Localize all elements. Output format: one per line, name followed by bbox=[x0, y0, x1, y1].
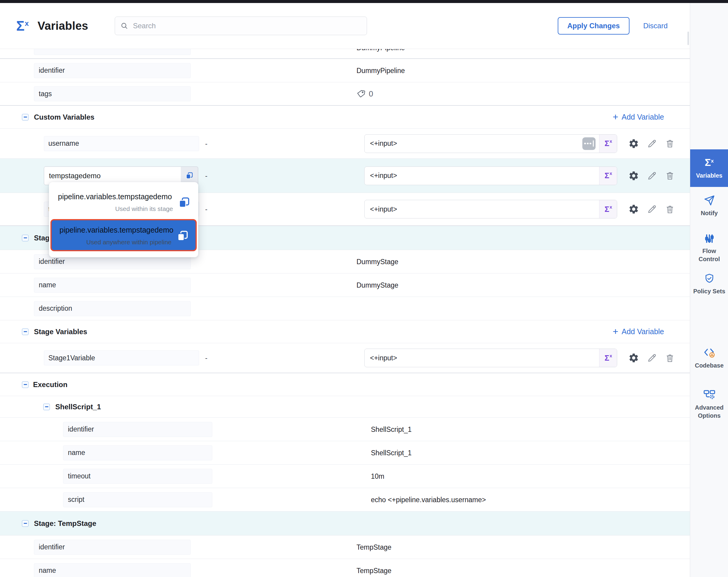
apply-changes-button[interactable]: Apply Changes bbox=[558, 17, 629, 34]
settings-gear-icon[interactable] bbox=[628, 138, 639, 149]
table-row-stage-description: description bbox=[0, 297, 690, 320]
copy-option-stage-scope[interactable]: pipeline.variables.tempstagedemo Used wi… bbox=[49, 185, 198, 218]
runtime-input-icon[interactable] bbox=[582, 137, 596, 150]
variable-name-box[interactable]: username bbox=[44, 136, 199, 151]
field-value: ShellScript_1 bbox=[371, 425, 412, 433]
sidebar-item-notify[interactable]: Notify bbox=[690, 195, 728, 217]
settings-gear-icon[interactable] bbox=[628, 352, 639, 363]
section-title: Custom Variables bbox=[34, 113, 94, 121]
settings-gear-icon[interactable] bbox=[628, 170, 639, 181]
workflow-gear-icon bbox=[703, 388, 716, 401]
page-title: Variables bbox=[37, 20, 88, 32]
field-label-box: script bbox=[63, 492, 212, 507]
edit-pencil-icon[interactable] bbox=[647, 139, 657, 149]
copy-icon[interactable] bbox=[178, 196, 190, 209]
field-label-box: identifier bbox=[34, 63, 191, 78]
field-label-box: description bbox=[34, 301, 191, 316]
search-input[interactable] bbox=[115, 17, 367, 35]
edit-pencil-icon[interactable] bbox=[647, 204, 657, 214]
field-value: 10m bbox=[371, 472, 384, 480]
paper-plane-icon bbox=[704, 195, 715, 206]
collapse-minus-icon[interactable] bbox=[22, 381, 28, 388]
sidebar-item-policy-sets[interactable]: Policy Sets bbox=[690, 273, 728, 295]
collapse-minus-icon[interactable] bbox=[22, 520, 28, 527]
expression-sigma-toggle[interactable]: Σx bbox=[599, 200, 617, 218]
field-label-box: name bbox=[63, 445, 212, 460]
field-label-box: identifier bbox=[63, 422, 212, 437]
variable-row-username: username - <+input> Σx bbox=[0, 129, 690, 159]
row-actions bbox=[628, 204, 675, 215]
table-row-pipeline-tags: tags 0 bbox=[0, 82, 690, 106]
delete-trash-icon[interactable] bbox=[665, 204, 675, 214]
expression-sigma-toggle[interactable]: Σx bbox=[599, 135, 617, 153]
table-row-stage-name: name DummyStage bbox=[0, 274, 690, 297]
variable-type-dash: - bbox=[205, 354, 208, 362]
search-icon bbox=[121, 22, 128, 30]
variable-type-dash: - bbox=[205, 140, 208, 148]
step-title: ShellScript_1 bbox=[55, 403, 101, 411]
add-variable-button[interactable]: + Add Variable bbox=[613, 112, 664, 122]
field-value: DummyStage bbox=[357, 257, 398, 266]
variable-value-input[interactable]: <+input> Σx bbox=[364, 349, 617, 367]
scope-hint: Used within its stage bbox=[58, 205, 173, 212]
collapse-minus-icon[interactable] bbox=[22, 328, 28, 335]
variable-value-input[interactable]: <+input> Σx bbox=[364, 200, 617, 219]
collapse-minus-icon[interactable] bbox=[22, 114, 28, 121]
add-variable-button[interactable]: + Add Variable bbox=[613, 327, 664, 336]
expression-sigma-toggle[interactable]: Σx bbox=[599, 167, 617, 185]
table-row-step-name: name ShellScript_1 bbox=[0, 441, 690, 465]
field-value: TempStage bbox=[357, 543, 391, 551]
shield-check-icon bbox=[704, 273, 715, 284]
discard-button[interactable]: Discard bbox=[643, 22, 668, 30]
field-label: identifier bbox=[39, 67, 65, 75]
section-header-execution: Execution bbox=[0, 373, 690, 396]
field-label-box bbox=[34, 49, 191, 55]
row-actions bbox=[628, 138, 675, 149]
variables-sigma-icon: Σx bbox=[16, 19, 28, 33]
window-top-bar bbox=[0, 0, 728, 3]
code-warning-icon bbox=[703, 347, 716, 358]
copy-option-pipeline-scope-selected[interactable]: pipeline.variables.tempstagedemo Used an… bbox=[50, 219, 197, 251]
variable-value-input[interactable]: <+input> Σx bbox=[364, 167, 617, 185]
delete-trash-icon[interactable] bbox=[665, 171, 675, 181]
field-value: DummyStage bbox=[357, 281, 398, 289]
scope-hint: Used anywhere within pipeline bbox=[59, 239, 172, 246]
edit-pencil-icon[interactable] bbox=[647, 353, 657, 363]
search-field[interactable] bbox=[132, 21, 361, 30]
settings-gear-icon[interactable] bbox=[628, 204, 639, 215]
sidebar-item-advanced-options[interactable]: Advanced Options bbox=[690, 388, 728, 420]
field-value: DummyPipeline bbox=[357, 67, 405, 75]
sidebar-item-flow-control[interactable]: Flow Control bbox=[690, 233, 728, 263]
scrollbar-thumb[interactable] bbox=[687, 31, 689, 45]
collapse-minus-icon[interactable] bbox=[22, 235, 28, 241]
field-label-box: tags bbox=[34, 86, 191, 101]
field-value: DummyPipeline bbox=[357, 49, 405, 52]
field-label-box: name bbox=[34, 278, 191, 293]
field-label-box: timeout bbox=[63, 469, 212, 484]
delete-trash-icon[interactable] bbox=[665, 139, 675, 148]
variables-table: DummyPipeline identifier DummyPipeline t… bbox=[0, 49, 690, 577]
table-row-step-script: script echo <+pipeline.variables.usernam… bbox=[0, 488, 690, 511]
sliders-icon bbox=[704, 233, 715, 244]
tag-icon bbox=[357, 89, 366, 99]
table-row-pipeline-identifier: identifier DummyPipeline bbox=[0, 59, 690, 82]
row-actions bbox=[628, 170, 675, 181]
delete-trash-icon[interactable] bbox=[665, 353, 675, 363]
collapse-minus-icon[interactable] bbox=[43, 404, 50, 410]
input-value: <+input> bbox=[365, 205, 599, 214]
field-label-box: identifier bbox=[34, 540, 191, 555]
section-title: Stage Variables bbox=[34, 328, 87, 336]
section-header-shellscript: ShellScript_1 bbox=[0, 396, 690, 418]
edit-pencil-icon[interactable] bbox=[647, 171, 657, 181]
copy-icon[interactable] bbox=[176, 230, 189, 242]
input-value: <+input> bbox=[365, 140, 582, 148]
expression-sigma-toggle[interactable]: Σx bbox=[599, 349, 617, 367]
copy-icon bbox=[185, 172, 193, 180]
variable-value-input[interactable]: <+input> Σx bbox=[364, 134, 617, 153]
variable-name-box[interactable]: Stage1Variable bbox=[44, 350, 199, 366]
variable-type-dash: - bbox=[205, 172, 208, 180]
sidebar-item-codebase[interactable]: Codebase bbox=[690, 347, 728, 370]
sidebar-item-variables[interactable]: Σx Variables bbox=[690, 149, 728, 187]
table-row-tempstage-name: name TempStage bbox=[0, 559, 690, 577]
copy-variable-popup: pipeline.variables.tempstagedemo Used wi… bbox=[49, 182, 198, 257]
